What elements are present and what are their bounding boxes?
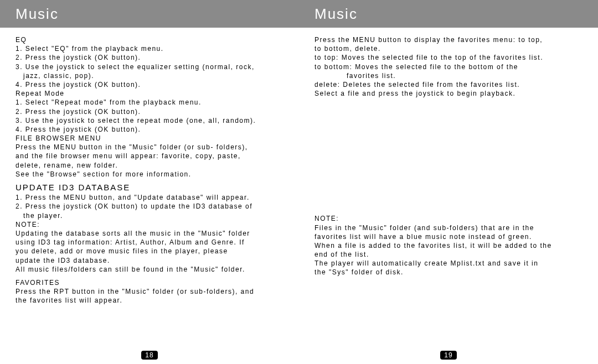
body-text: delete, rename, new folder. [16, 161, 283, 170]
body-text: you delete, add or move music files in t… [16, 247, 283, 256]
body-text: The player will automatically create Mpl… [315, 259, 582, 268]
page-footer: 18 [0, 351, 299, 360]
update-id3-heading: UPDATE ID3 DATABASE [16, 182, 283, 193]
body-text: 2. Press the joystick (OK button) to upd… [16, 202, 283, 211]
eq-section: EQ 1. Select "EQ" from the playback menu… [16, 35, 283, 89]
page-number: 19 [440, 351, 456, 360]
page-18: Music EQ 1. Select "EQ" from the playbac… [0, 0, 299, 364]
body-text: 4. Press the joystick (OK button). [16, 125, 283, 134]
body-text: 3. Use the joystick to select the repeat… [16, 116, 283, 125]
page-footer: 19 [299, 351, 598, 360]
body-text: favorites list. [315, 71, 582, 80]
repeat-section: Repeat Mode 1. Select "Repeat mode" from… [16, 89, 283, 134]
header-title: Music [16, 6, 59, 23]
note-label: NOTE: [315, 214, 582, 223]
section-header: Music [0, 0, 299, 28]
body-text: 3. Use the joystick to select the equali… [16, 63, 283, 71]
repeat-title: Repeat Mode [16, 89, 283, 98]
page-number: 18 [141, 351, 157, 360]
body-text: 2. Press the joystick (OK button). [16, 53, 283, 62]
body-text: 2. Press the joystick (OK button). [16, 107, 283, 116]
body-text: and the file browser menu will appear: f… [16, 152, 283, 160]
body-text: 1. Press the MENU button, and "Update da… [16, 193, 283, 202]
eq-title: EQ [16, 35, 283, 44]
body-text: end of the list. [315, 250, 582, 259]
body-text: When a file is added to the favorites li… [315, 241, 582, 250]
header-title: Music [315, 6, 358, 23]
page-19: Music Press the MENU button to display t… [299, 0, 598, 364]
body-text: 1. Select "EQ" from the playback menu. [16, 44, 283, 53]
file-browser-section: FILE BROWSER MENU Press the MENU button … [16, 134, 283, 179]
page-content: Press the MENU button to display the fav… [299, 28, 598, 364]
body-text: 4. Press the joystick (OK button). [16, 80, 283, 89]
note-label: NOTE: [16, 220, 283, 229]
body-text: to bottom: Moves the selected file to th… [315, 63, 582, 71]
body-text: favorites list will have a blue music no… [315, 232, 582, 241]
body-text: Press the MENU button to display the fav… [315, 35, 582, 44]
body-text: to bottom, delete. [315, 44, 582, 53]
favorites-title: FAVORITES [16, 278, 283, 287]
file-browser-title: FILE BROWSER MENU [16, 134, 283, 143]
page-spread: Music EQ 1. Select "EQ" from the playbac… [0, 0, 598, 364]
body-text: 1. Select "Repeat mode" from the playbac… [16, 98, 283, 107]
body-text: using ID3 tag information: Artist, Autho… [16, 238, 283, 247]
body-text: See the "Browse" section for more inform… [16, 170, 283, 179]
body-text: the favorites list will appear. [16, 296, 283, 305]
favorites-menu-section: Press the MENU button to display the fav… [315, 35, 582, 89]
body-text: All music files/folders can still be fou… [16, 265, 283, 274]
body-text: delete: Deletes the selected file from t… [315, 80, 582, 89]
body-text: Press the MENU button in the "Music" fol… [16, 143, 283, 152]
body-text: update the ID3 database. [16, 256, 283, 265]
body-text: Press the RPT button in the "Music" fold… [16, 287, 283, 296]
body-text: Select a file and press the joystick to … [315, 89, 582, 98]
body-text: Files in the "Music" folder (and sub-fol… [315, 223, 582, 232]
body-text: Updating the database sorts all the musi… [16, 229, 283, 238]
playback-line: Select a file and press the joystick to … [315, 89, 582, 98]
page-content: EQ 1. Select "EQ" from the playback menu… [0, 28, 299, 364]
body-text: the "Sys" folder of disk. [315, 268, 582, 277]
section-header: Music [299, 0, 598, 28]
body-text: jazz, classic, pop). [16, 71, 283, 80]
body-text: the player. [16, 211, 283, 220]
body-text: to top: Moves the selected file to the t… [315, 53, 582, 62]
